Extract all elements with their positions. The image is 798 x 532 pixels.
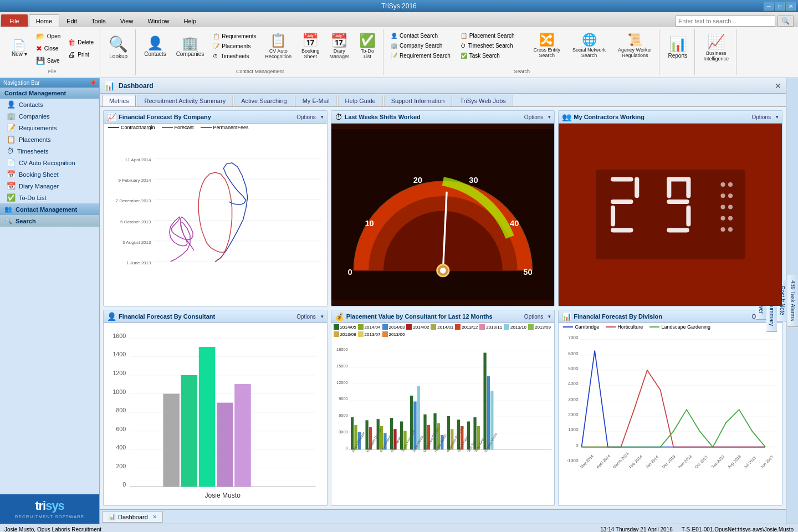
options-arrow-pv[interactable]: ▾ bbox=[548, 314, 551, 319]
options-btn-contractors[interactable]: Options bbox=[749, 113, 774, 121]
timesheet-search-button[interactable]: ⏱ Timesheet Search bbox=[458, 41, 523, 50]
bottom-tab-close[interactable]: ✕ bbox=[152, 514, 157, 520]
sidebar-timesheets[interactable]: ⏱ Timesheets bbox=[0, 145, 99, 157]
save-button[interactable]: 💾 Save bbox=[33, 55, 63, 66]
trisys-logo: trisys RECRUITMENT SOFTWARE bbox=[0, 494, 99, 524]
tab-my-email[interactable]: My E-Mail bbox=[295, 95, 337, 106]
social-network-button[interactable]: 🌐 Social NetworkSearch bbox=[569, 30, 610, 60]
contacts-button[interactable]: 👤 Contacts bbox=[140, 33, 170, 59]
search-input[interactable] bbox=[676, 16, 775, 27]
cross-entity-icon: 🔀 bbox=[539, 33, 554, 47]
sidebar-contact-mgmt-bottom[interactable]: 👥 Contact Management bbox=[0, 203, 99, 215]
close-btn[interactable]: ✕ bbox=[786, 2, 796, 11]
agency-buttons: 📜 Agency WorkerRegulations bbox=[614, 30, 656, 60]
sidebar-cv-auto[interactable]: 📄 CV Auto Recognition bbox=[0, 157, 99, 168]
tab-edit[interactable]: Edit bbox=[59, 14, 84, 27]
sidebar-requirements[interactable]: 📝 Requirements bbox=[0, 122, 99, 134]
bottom-tab-dashboard[interactable]: 📊 Dashboard ✕ bbox=[102, 511, 163, 523]
svg-rect-33 bbox=[667, 228, 689, 232]
placement-search-button[interactable]: 📋 Placement Search bbox=[458, 31, 523, 40]
placements-button[interactable]: 📝 Placements bbox=[210, 42, 259, 51]
dashboard-header: 📊 Dashboard ✕ bbox=[100, 78, 786, 94]
logo-tagline: RECRUITMENT SOFTWARE bbox=[15, 514, 84, 519]
svg-text:April 2014: April 2014 bbox=[596, 454, 611, 469]
requirements-button[interactable]: 📋 Requirements bbox=[210, 32, 259, 41]
lookup-button[interactable]: 🔍 Lookup bbox=[105, 30, 132, 64]
ribbon-group-lookup: 🔍 Lookup bbox=[101, 29, 136, 75]
options-arrow-shifts[interactable]: ▾ bbox=[548, 114, 551, 120]
restore-btn[interactable]: □ bbox=[775, 2, 785, 11]
tab-metrics[interactable]: Metrics bbox=[102, 95, 136, 106]
new-button[interactable]: 📄 New ▾ bbox=[8, 38, 31, 59]
contact-search-label: Contact Search bbox=[400, 33, 438, 39]
panel-ffd-body: Cambridge Horticulture Landscape Gardeni… bbox=[559, 323, 782, 505]
booking-button[interactable]: 📅 BookingSheet bbox=[298, 30, 324, 62]
open-icon: 📂 bbox=[36, 32, 45, 40]
tab-tools[interactable]: Tools bbox=[84, 14, 113, 27]
ribbon: File Home Edit Tools View Window Help 🔍 … bbox=[0, 12, 798, 78]
sidebar-search-bottom[interactable]: 🔍 Search bbox=[0, 215, 99, 227]
minimize-btn[interactable]: ─ bbox=[764, 2, 774, 11]
tab-file[interactable]: File bbox=[1, 14, 28, 27]
options-arrow-ffc[interactable]: ▾ bbox=[321, 114, 324, 120]
search-button[interactable]: 🔍 bbox=[777, 16, 794, 27]
tab-help-guide[interactable]: Help Guide bbox=[338, 95, 383, 106]
sidebar-placements[interactable]: 📋 Placements bbox=[0, 134, 99, 145]
options-arrow-contractors[interactable]: ▾ bbox=[776, 114, 779, 120]
agency-worker-button[interactable]: 📜 Agency WorkerRegulations bbox=[614, 30, 656, 60]
cross-entity-button[interactable]: 🔀 Cross EntitySearch bbox=[530, 30, 565, 60]
options-btn-ffc[interactable]: Options bbox=[294, 113, 318, 121]
reports-button[interactable]: 📊 Reports bbox=[664, 30, 691, 64]
bi-button[interactable]: 📈 BusinessIntelligence bbox=[699, 30, 733, 64]
tab-support-info[interactable]: Support Information bbox=[384, 95, 452, 106]
pv-l11: 2013/07 bbox=[358, 331, 381, 337]
logo-text: trisys bbox=[35, 499, 64, 513]
cv-auto-button[interactable]: 📋 CV AutoRecognition bbox=[262, 30, 296, 62]
svg-text:0: 0 bbox=[122, 481, 126, 488]
options-btn-shifts[interactable]: Options bbox=[521, 113, 546, 121]
print-label: Print bbox=[78, 52, 89, 58]
sidebar-companies[interactable]: 🏢 Companies bbox=[0, 110, 99, 122]
options-arrow-ffc2[interactable]: ▾ bbox=[321, 314, 324, 319]
reports-icon: 📊 bbox=[669, 35, 687, 53]
right-tab-task-alarms[interactable]: 439 Task Alarms bbox=[787, 275, 798, 327]
contact-search-icon: 👤 bbox=[391, 33, 397, 39]
pin-icon[interactable]: 📌 bbox=[89, 80, 96, 86]
dashboard-close-btn[interactable]: ✕ bbox=[775, 81, 781, 90]
sidebar-placements-label: Placements bbox=[19, 136, 50, 143]
title-bar: TriSys 2016 ─ □ ✕ bbox=[0, 0, 798, 12]
svg-point-35 bbox=[728, 182, 733, 186]
task-search-button[interactable]: ✅ Task Search bbox=[458, 51, 523, 60]
print-button[interactable]: 🖨 Print bbox=[65, 49, 96, 60]
sidebar-booking[interactable]: 📅 Booking Sheet bbox=[0, 168, 99, 180]
panel-pv-header: 💰 Placement Value by Consultant for Last… bbox=[331, 310, 555, 323]
diary-button[interactable]: 📆 DiaryManager bbox=[326, 30, 354, 62]
tab-active-searching[interactable]: Active Searching bbox=[234, 95, 294, 106]
sidebar-contacts[interactable]: 👤 Contacts bbox=[0, 99, 99, 110]
timesheets-button[interactable]: ⏱ Timesheets bbox=[210, 52, 259, 61]
dashboard-title: Dashboard bbox=[119, 82, 154, 90]
tab-home[interactable]: Home bbox=[29, 14, 59, 27]
tab-window[interactable]: Window bbox=[140, 14, 176, 27]
delete-button[interactable]: 🗑 Delete bbox=[65, 37, 96, 48]
placement-search-icon: 📋 bbox=[461, 33, 467, 39]
bi-label: BusinessIntelligence bbox=[703, 50, 729, 62]
tab-trisys-web-jobs[interactable]: TriSys Web Jobs bbox=[453, 95, 513, 106]
sidebar-todo[interactable]: ✅ To-Do List bbox=[0, 192, 99, 203]
file-group-label: File bbox=[48, 68, 57, 74]
contact-search-button[interactable]: 👤 Contact Search bbox=[388, 31, 453, 40]
companies-button[interactable]: 🏢 Companies bbox=[172, 33, 208, 59]
tab-help[interactable]: Help bbox=[177, 14, 204, 27]
sidebar-diary[interactable]: 📆 Diary Manager bbox=[0, 180, 99, 192]
tab-view[interactable]: View bbox=[113, 14, 141, 27]
tab-recruitment-activity[interactable]: Recruitment Activity Summary bbox=[137, 95, 233, 106]
requirement-search-button[interactable]: 📝 Requirement Search bbox=[388, 51, 453, 60]
open-button[interactable]: 📂 Open bbox=[33, 30, 63, 42]
todo-button[interactable]: ✅ To-DoList bbox=[355, 30, 380, 62]
company-search-button[interactable]: 🏢 Company Search bbox=[388, 41, 453, 50]
svg-text:1600: 1600 bbox=[112, 332, 126, 339]
close-ribbon-button[interactable]: ✖ Close bbox=[33, 43, 63, 54]
options-btn-pv[interactable]: Options bbox=[521, 313, 546, 321]
options-btn-ffc2[interactable]: Options bbox=[294, 313, 318, 321]
contact-mgmt-section[interactable]: Contact Management bbox=[0, 88, 99, 99]
